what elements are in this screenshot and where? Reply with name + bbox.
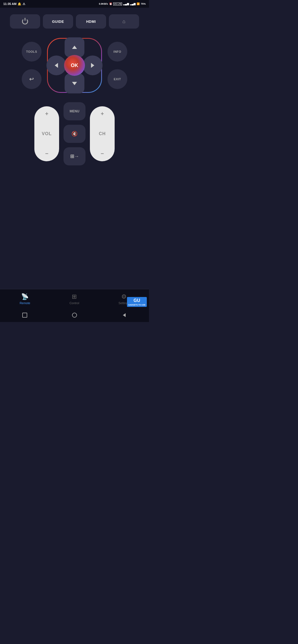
signal-icon: ▂▄▆ <box>123 2 129 5</box>
exit-button[interactable]: EXIT <box>107 69 127 89</box>
mute-button[interactable]: 🔇 <box>64 125 85 143</box>
nav-control[interactable]: ⊞ Control <box>70 293 79 305</box>
source-button[interactable]: ⊞→ <box>64 147 85 165</box>
control-nav-icon: ⊞ <box>72 293 77 300</box>
dpad-right-button[interactable] <box>83 55 103 75</box>
remote-nav-icon: 📡 <box>21 293 29 300</box>
nav-remote[interactable]: 📡 Remote <box>20 293 30 305</box>
vol-pill[interactable]: + VOL − <box>34 106 59 161</box>
time-display: 11:35 AM <box>3 2 16 5</box>
right-arrow-icon <box>91 63 94 68</box>
remote-nav-label: Remote <box>20 301 30 305</box>
control-nav-label: Control <box>70 301 79 305</box>
info-button[interactable]: INFO <box>107 42 127 62</box>
settings-nav-icon: ⚙ <box>121 293 127 300</box>
dpad-left-column: TOOLS ↩ <box>22 42 42 89</box>
status-right: 0.9KB/s ⏰ VO LTE ▂▄▆ ▂▄▆ 📶 75% <box>99 2 146 5</box>
circle-icon <box>72 313 77 318</box>
battery-display: 75% <box>141 2 146 5</box>
guide-label: GUIDE <box>52 20 64 24</box>
source-icon: ⊞→ <box>70 153 79 159</box>
ch-plus-icon: + <box>101 111 104 117</box>
menu-button[interactable]: MENU <box>64 102 85 120</box>
menu-label: MENU <box>70 109 79 113</box>
home-button[interactable]: ⌂ <box>109 14 139 29</box>
power-icon <box>22 18 28 24</box>
signal-icon-2: ▂▄▆ <box>130 2 136 5</box>
android-home-button[interactable] <box>71 311 78 319</box>
guide-button[interactable]: GUIDE <box>43 14 73 29</box>
down-arrow-icon <box>72 82 77 85</box>
left-arrow-icon <box>55 63 58 68</box>
vo-lte-icon: VO LTE <box>113 2 122 5</box>
up-arrow-icon <box>72 46 77 49</box>
ok-label: OK <box>71 63 78 68</box>
wifi-icon: 📶 <box>137 2 140 5</box>
back-button[interactable]: ↩ <box>22 69 42 89</box>
bottom-nav: 📡 Remote ⊞ Control ⚙ Settings <box>0 289 149 308</box>
dpad-up-button[interactable] <box>65 37 84 57</box>
ch-label: CH <box>99 131 106 136</box>
vol-plus-icon: + <box>45 111 48 117</box>
tools-label: TOOLS <box>26 50 37 53</box>
remote-body: GUIDE HDMI ⌂ TOOLS ↩ <box>0 8 149 170</box>
back-nav-icon <box>123 313 126 317</box>
dpad-section: TOOLS ↩ OK <box>5 35 144 96</box>
info-label: INFO <box>114 50 121 53</box>
hdmi-button[interactable]: HDMI <box>76 14 106 29</box>
back-icon: ↩ <box>29 76 34 82</box>
watermark-text: GADGETS TO USE <box>128 304 146 306</box>
ch-minus-icon: − <box>101 151 104 157</box>
home-icon: ⌂ <box>122 19 125 24</box>
mute-icon: 🔇 <box>71 131 78 137</box>
dpad-left-button[interactable] <box>46 55 66 75</box>
ok-button[interactable]: OK <box>64 55 85 76</box>
top-buttons-row: GUIDE HDMI ⌂ <box>5 14 144 29</box>
bell-icon: 🔔 <box>18 2 21 6</box>
vol-label: VOL <box>42 131 52 136</box>
android-back-button[interactable] <box>120 311 128 319</box>
network-speed: 0.9KB/s <box>99 2 108 5</box>
vol-minus-icon: − <box>45 151 48 157</box>
dpad-cross: OK <box>44 35 105 96</box>
exit-label: EXIT <box>114 77 121 81</box>
tools-button[interactable]: TOOLS <box>22 42 42 62</box>
watermark: GU GADGETS TO USE <box>127 297 147 307</box>
status-left: 11:35 AM 🔔 ⚠ <box>3 2 25 6</box>
android-square-button[interactable] <box>21 311 29 319</box>
power-button[interactable] <box>10 14 40 29</box>
android-nav-bar <box>0 308 149 322</box>
ch-pill[interactable]: + CH − <box>90 106 115 161</box>
dpad-right-column: INFO EXIT <box>107 42 127 89</box>
status-bar: 11:35 AM 🔔 ⚠ 0.9KB/s ⏰ VO LTE ▂▄▆ ▂▄▆ 📶 … <box>0 0 149 8</box>
middle-buttons: MENU 🔇 ⊞→ <box>64 102 85 165</box>
hdmi-label: HDMI <box>86 20 96 24</box>
dpad-down-button[interactable] <box>65 74 84 93</box>
watermark-logo: GU <box>128 298 146 304</box>
square-icon <box>22 313 27 318</box>
vol-ch-section: + VOL − MENU 🔇 ⊞→ + CH − <box>5 102 144 165</box>
warning-icon: ⚠ <box>23 2 25 6</box>
alarm-icon: ⏰ <box>109 2 112 5</box>
